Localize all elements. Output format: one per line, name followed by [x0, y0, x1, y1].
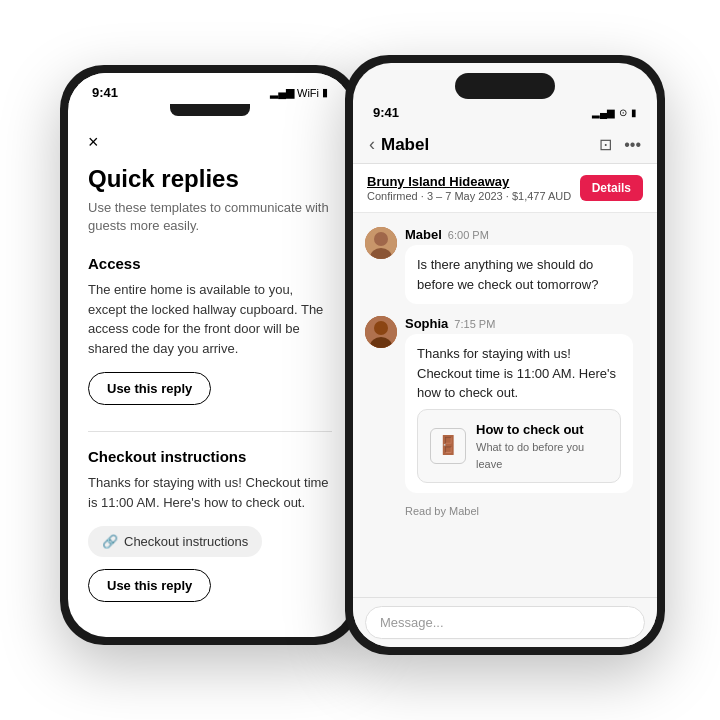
- checkout-card-text: How to check out What to do before you l…: [476, 420, 608, 473]
- read-receipt: Read by Mabel: [405, 505, 645, 517]
- details-button[interactable]: Details: [580, 175, 643, 201]
- avatar-mabel: [365, 227, 397, 259]
- checkout-link-btn[interactable]: 🔗 Checkout instructions: [88, 526, 262, 557]
- message-row-mabel: Mabel 6:00 PM Is there anything we shoul…: [365, 227, 645, 304]
- use-reply-button-2[interactable]: Use this reply: [88, 569, 211, 602]
- front-wifi-icon: ⊙: [619, 107, 627, 118]
- chat-contact-name: Mabel: [381, 135, 599, 155]
- msg-time-mabel: 6:00 PM: [448, 229, 489, 241]
- section-access-title: Access: [88, 255, 332, 272]
- msg-sender-mabel: Mabel: [405, 227, 442, 242]
- back-signal-icon: ▂▄▆: [270, 86, 294, 99]
- msg-content-sophia: Sophia 7:15 PM Thanks for staying with u…: [405, 316, 645, 493]
- avatar-sophia: [365, 316, 397, 348]
- msg-bubble-mabel: Is there anything we should do before we…: [405, 245, 633, 304]
- booking-info: Bruny Island Hideaway Confirmed · 3 – 7 …: [367, 174, 571, 202]
- door-icon: 🚪: [430, 428, 466, 464]
- sophia-message-text: Thanks for staying with us! Checkout tim…: [417, 346, 616, 400]
- msg-sender-row-mabel: Mabel 6:00 PM: [405, 227, 645, 242]
- front-signal-icon: ▂▄▆: [592, 107, 615, 118]
- messages-area: Mabel 6:00 PM Is there anything we shoul…: [353, 213, 657, 597]
- msg-time-sophia: 7:15 PM: [454, 318, 495, 330]
- translate-icon[interactable]: ⊡: [599, 135, 612, 154]
- svg-point-1: [374, 232, 388, 246]
- msg-bubble-sophia: Thanks for staying with us! Checkout tim…: [405, 334, 633, 493]
- phone-front: 9:41 ▂▄▆ ⊙ ▮ ‹ Mabel ⊡ ••• Bruny Is: [345, 55, 665, 655]
- checkout-card-subtitle: What to do before you leave: [476, 439, 608, 472]
- checkout-card[interactable]: 🚪 How to check out What to do before you…: [417, 409, 621, 484]
- message-input[interactable]: Message...: [365, 606, 645, 639]
- phone-back-inner: 9:41 ▂▄▆ WiFi ▮ × Quick replies Use thes…: [68, 73, 352, 637]
- quick-replies-content: × Quick replies Use these templates to c…: [68, 116, 352, 637]
- svg-point-4: [374, 321, 388, 335]
- back-battery-icon: ▮: [322, 86, 328, 99]
- front-battery-icon: ▮: [631, 107, 637, 118]
- chat-input-area: Message...: [353, 597, 657, 647]
- msg-sender-row-sophia: Sophia 7:15 PM: [405, 316, 645, 331]
- back-status-bar: 9:41 ▂▄▆ WiFi ▮: [68, 73, 352, 104]
- close-button[interactable]: ×: [88, 132, 332, 153]
- phone-front-inner: 9:41 ▂▄▆ ⊙ ▮ ‹ Mabel ⊡ ••• Bruny Is: [353, 63, 657, 647]
- section-checkout-text: Thanks for staying with us! Checkout tim…: [88, 473, 332, 512]
- phone-back: 9:41 ▂▄▆ WiFi ▮ × Quick replies Use thes…: [60, 65, 360, 645]
- back-notch: [170, 104, 250, 116]
- back-status-icons: ▂▄▆ WiFi ▮: [270, 86, 328, 99]
- message-row-sophia: Sophia 7:15 PM Thanks for staying with u…: [365, 316, 645, 493]
- front-status-bar: 9:41 ▂▄▆ ⊙ ▮: [353, 103, 657, 126]
- booking-subtitle: Confirmed · 3 – 7 May 2023 · $1,477 AUD: [367, 190, 571, 202]
- section-checkout-title: Checkout instructions: [88, 448, 332, 465]
- header-action-icons: ⊡ •••: [599, 135, 641, 154]
- link-icon: 🔗: [102, 534, 118, 549]
- chat-header: ‹ Mabel ⊡ •••: [353, 126, 657, 164]
- dynamic-island: [455, 73, 555, 99]
- back-arrow-icon[interactable]: ‹: [369, 134, 375, 155]
- back-wifi-icon: WiFi: [297, 87, 319, 99]
- quick-replies-subtitle: Use these templates to communicate with …: [88, 199, 332, 235]
- use-reply-button-1[interactable]: Use this reply: [88, 372, 211, 405]
- checkout-card-title: How to check out: [476, 420, 608, 440]
- section-access-text: The entire home is available to you, exc…: [88, 280, 332, 358]
- booking-title[interactable]: Bruny Island Hideaway: [367, 174, 571, 189]
- scene: 9:41 ▂▄▆ WiFi ▮ × Quick replies Use thes…: [0, 0, 720, 720]
- booking-banner: Bruny Island Hideaway Confirmed · 3 – 7 …: [353, 164, 657, 213]
- section-divider: [88, 431, 332, 432]
- front-status-time: 9:41: [373, 105, 399, 120]
- front-status-icons: ▂▄▆ ⊙ ▮: [592, 107, 637, 118]
- back-status-time: 9:41: [92, 85, 118, 100]
- quick-replies-title: Quick replies: [88, 165, 332, 193]
- msg-sender-sophia: Sophia: [405, 316, 448, 331]
- checkout-link-label: Checkout instructions: [124, 534, 248, 549]
- msg-content-mabel: Mabel 6:00 PM Is there anything we shoul…: [405, 227, 645, 304]
- more-options-icon[interactable]: •••: [624, 136, 641, 154]
